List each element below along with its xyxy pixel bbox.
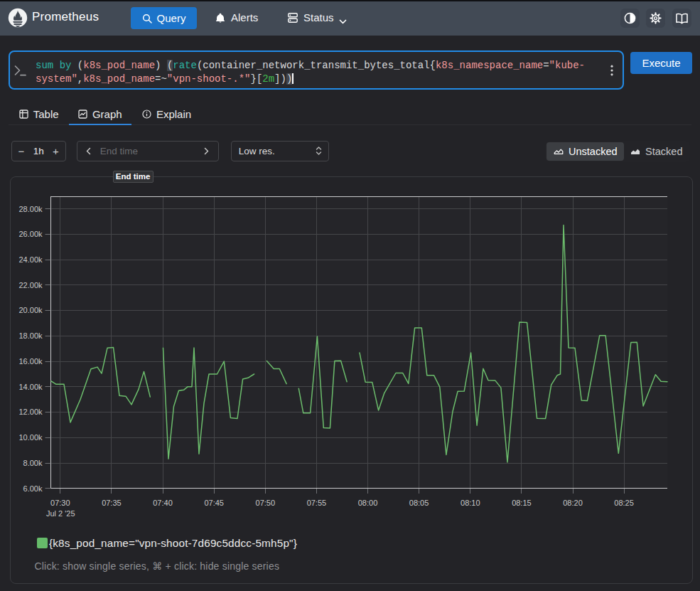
svg-text:08:05: 08:05	[409, 499, 429, 507]
svg-text:20.00k: 20.00k	[18, 306, 43, 314]
svg-text:08:25: 08:25	[614, 499, 634, 507]
svg-text:28.00k: 28.00k	[18, 205, 43, 213]
svg-text:08:15: 08:15	[512, 499, 532, 507]
svg-text:22.00k: 22.00k	[18, 281, 43, 289]
svg-text:Jul 2 '25: Jul 2 '25	[46, 509, 75, 518]
svg-text:07:40: 07:40	[153, 499, 173, 507]
svg-text:08:10: 08:10	[461, 499, 480, 507]
svg-text:08:00: 08:00	[358, 499, 378, 507]
svg-text:14.00k: 14.00k	[18, 383, 43, 391]
svg-text:12.00k: 12.00k	[18, 408, 43, 416]
svg-text:18.00k: 18.00k	[18, 331, 43, 340]
svg-text:07:35: 07:35	[102, 499, 122, 507]
svg-text:07:50: 07:50	[256, 499, 276, 507]
svg-text:6.00k: 6.00k	[23, 484, 43, 493]
svg-text:26.00k: 26.00k	[18, 230, 43, 238]
svg-text:8.00k: 8.00k	[23, 459, 43, 467]
svg-text:07:55: 07:55	[307, 499, 327, 507]
svg-text:10.00k: 10.00k	[18, 433, 43, 442]
svg-text:07:45: 07:45	[204, 499, 224, 507]
svg-text:24.00k: 24.00k	[18, 255, 43, 264]
svg-text:07:30: 07:30	[50, 499, 70, 507]
svg-text:16.00k: 16.00k	[18, 357, 43, 366]
svg-text:08:20: 08:20	[563, 499, 583, 507]
